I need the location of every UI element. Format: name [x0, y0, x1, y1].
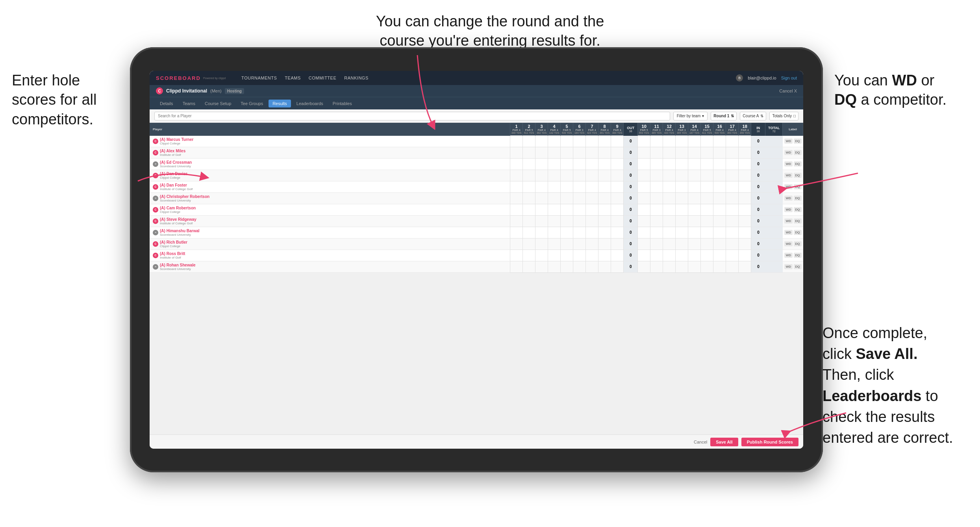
score-input-h10[interactable] — [639, 194, 649, 203]
score-input-h2[interactable] — [524, 262, 534, 272]
score-cell-h12[interactable] — [663, 147, 676, 158]
score-input-h10[interactable] — [639, 159, 649, 169]
score-cell-h16[interactable] — [713, 227, 726, 238]
score-cell-h13[interactable] — [676, 238, 688, 250]
score-input-h8[interactable] — [599, 182, 610, 192]
score-input-h8[interactable] — [599, 159, 610, 169]
score-input-h5[interactable] — [561, 205, 572, 214]
score-input-h2[interactable] — [524, 182, 534, 192]
score-cell-h11[interactable] — [650, 250, 663, 261]
score-cell-h1[interactable] — [510, 136, 523, 147]
subnav-leaderboards[interactable]: Leaderboards — [293, 100, 327, 107]
score-cell-h4[interactable] — [548, 158, 561, 170]
score-input-h9[interactable] — [612, 137, 622, 146]
score-cell-h15[interactable] — [701, 261, 713, 272]
score-input-h12[interactable] — [664, 159, 674, 169]
score-input-h6[interactable] — [574, 159, 585, 169]
score-input-h17[interactable] — [727, 251, 737, 260]
score-cell-h16[interactable] — [713, 261, 726, 272]
score-cell-h12[interactable] — [663, 136, 676, 147]
score-cell-h4[interactable] — [548, 192, 561, 204]
score-cell-h15[interactable] — [701, 158, 713, 170]
score-cell-h6[interactable] — [573, 170, 586, 181]
score-input-h12[interactable] — [664, 239, 674, 249]
score-input-h4[interactable] — [549, 228, 559, 237]
score-input-h6[interactable] — [574, 262, 585, 272]
score-cell-h5[interactable] — [561, 238, 573, 250]
score-cell-h14[interactable] — [688, 250, 701, 261]
score-cell-h12[interactable] — [663, 181, 676, 192]
score-input-h3[interactable] — [536, 182, 547, 192]
score-cell-h16[interactable] — [713, 238, 726, 250]
score-input-h9[interactable] — [612, 228, 622, 237]
score-input-h3[interactable] — [536, 228, 547, 237]
score-input-h11[interactable] — [651, 239, 662, 249]
score-input-h1[interactable] — [511, 262, 522, 272]
score-cell-h2[interactable] — [523, 192, 535, 204]
score-cell-h13[interactable] — [676, 158, 688, 170]
score-input-h1[interactable] — [511, 228, 522, 237]
score-input-h7[interactable] — [587, 205, 597, 214]
score-input-h9[interactable] — [612, 148, 622, 157]
score-cell-h5[interactable] — [561, 261, 573, 272]
score-cell-h14[interactable] — [688, 136, 701, 147]
score-input-h6[interactable] — [574, 137, 585, 146]
dq-button[interactable]: DQ — [794, 196, 802, 201]
score-cell-h3[interactable] — [535, 227, 548, 238]
score-cell-h7[interactable] — [586, 170, 598, 181]
score-cell-h13[interactable] — [676, 261, 688, 272]
score-input-h3[interactable] — [536, 137, 547, 146]
score-cell-h7[interactable] — [586, 204, 598, 215]
score-cell-h6[interactable] — [573, 204, 586, 215]
score-cell-h6[interactable] — [573, 215, 586, 227]
score-input-h4[interactable] — [549, 239, 559, 249]
score-cell-h6[interactable] — [573, 261, 586, 272]
score-cell-h6[interactable] — [573, 158, 586, 170]
score-cell-h7[interactable] — [586, 147, 598, 158]
score-cell-h16[interactable] — [713, 181, 726, 192]
score-input-h17[interactable] — [727, 148, 737, 157]
score-input-h8[interactable] — [599, 251, 610, 260]
score-cell-h17[interactable] — [726, 204, 739, 215]
score-cell-h18[interactable] — [739, 250, 751, 261]
score-input-h14[interactable] — [689, 182, 700, 192]
score-input-h7[interactable] — [587, 137, 597, 146]
score-input-h4[interactable] — [549, 148, 559, 157]
score-cell-h12[interactable] — [663, 170, 676, 181]
score-input-h7[interactable] — [587, 228, 597, 237]
score-cell-h13[interactable] — [676, 181, 688, 192]
wd-button[interactable]: WD — [784, 230, 793, 235]
score-input-h17[interactable] — [727, 182, 737, 192]
score-input-h18[interactable] — [739, 148, 750, 157]
score-input-h7[interactable] — [587, 239, 597, 249]
wd-button[interactable]: WD — [784, 196, 793, 201]
score-cell-h3[interactable] — [535, 181, 548, 192]
score-cell-h1[interactable] — [510, 181, 523, 192]
score-input-h13[interactable] — [676, 205, 687, 214]
subnav-course-setup[interactable]: Course Setup — [201, 100, 235, 107]
score-cell-h17[interactable] — [726, 261, 739, 272]
score-cell-h2[interactable] — [523, 181, 535, 192]
score-input-h14[interactable] — [689, 228, 700, 237]
score-cell-h14[interactable] — [688, 204, 701, 215]
score-cell-h4[interactable] — [548, 227, 561, 238]
score-cell-h17[interactable] — [726, 136, 739, 147]
score-cell-h3[interactable] — [535, 215, 548, 227]
score-input-h13[interactable] — [676, 171, 687, 180]
dq-button[interactable]: DQ — [794, 264, 802, 269]
score-input-h1[interactable] — [511, 194, 522, 203]
score-input-h14[interactable] — [689, 137, 700, 146]
score-input-h3[interactable] — [536, 216, 547, 226]
score-input-h16[interactable] — [714, 148, 725, 157]
score-cell-h8[interactable] — [598, 158, 611, 170]
score-cell-h3[interactable] — [535, 204, 548, 215]
score-input-h6[interactable] — [574, 205, 585, 214]
score-cell-h3[interactable] — [535, 192, 548, 204]
score-input-h5[interactable] — [561, 194, 572, 203]
score-cell-h6[interactable] — [573, 250, 586, 261]
score-cell-h11[interactable] — [650, 238, 663, 250]
search-input[interactable] — [154, 112, 670, 120]
subnav-printables[interactable]: Printables — [329, 100, 356, 107]
score-input-h12[interactable] — [664, 251, 674, 260]
nav-tab-tournaments[interactable]: TOURNAMENTS — [241, 76, 277, 80]
